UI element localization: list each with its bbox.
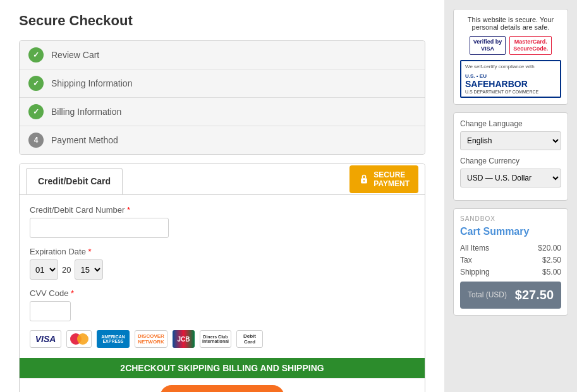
tab-credit-debit[interactable]: Credit/Debit Card (26, 168, 123, 194)
cvv-input[interactable] (30, 301, 71, 321)
step-shipping: ✓ Shipping Information (20, 69, 425, 98)
step-label-payment: Payment Method (51, 135, 118, 145)
lock-icon (358, 174, 370, 185)
card-number-label: Credit/Debit Card Number * (30, 205, 415, 215)
step-icon-review-cart: ✓ (28, 47, 44, 62)
cart-total-box: Total (USD) $27.50 (460, 282, 561, 309)
debit-logo: DebitCard (236, 330, 263, 348)
language-select[interactable]: English (460, 131, 561, 150)
cart-summary-box: SANDBOX Cart Summary All Items $20.00 Ta… (453, 208, 568, 316)
security-box: This website is secure. Your personal de… (453, 9, 568, 105)
sidebar: This website is secure. Your personal de… (444, 0, 577, 392)
submit-row: Submit Payment (20, 378, 425, 392)
safeharbor-small-text: We self-certify compliance with (465, 64, 556, 69)
cart-shipping-label: Shipping (460, 268, 490, 276)
required-star-cvv: * (71, 288, 74, 298)
sandbox-label: SANDBOX (460, 215, 561, 222)
required-star-card: * (127, 205, 130, 215)
cvv-group: CVV Code * (30, 288, 415, 321)
cart-tax-value: $2.50 (542, 256, 561, 264)
payment-section: Credit/Debit Card SECUREPAYMENT Credit/D… (19, 163, 425, 392)
step-billing: ✓ Billing Information (20, 98, 425, 126)
payment-form: Credit/Debit Card Number * Expiration Da… (20, 195, 425, 358)
step-icon-billing: ✓ (28, 104, 44, 119)
required-star-expiry: * (88, 247, 92, 256)
expiry-group: Expiration Date * 0102 0304 0506 0708 09… (30, 247, 415, 280)
cart-line-tax: Tax $2.50 (460, 256, 561, 264)
cart-line-shipping: Shipping $5.00 (460, 268, 561, 276)
safeharbor-badge: We self-certify compliance with U.S. • E… (460, 60, 561, 98)
card-logos: VISA AMERICANEXPRESS DISCOVERNETWORK JCB… (30, 330, 415, 348)
year-prefix: 20 (62, 265, 71, 275)
expiry-label: Expiration Date * (30, 247, 415, 256)
cart-summary-title: Cart Summary (460, 226, 561, 237)
secure-label: SECUREPAYMENT (374, 170, 410, 188)
payment-tabs: Credit/Debit Card SECUREPAYMENT (20, 164, 425, 195)
step-review-cart: ✓ Review Cart (20, 41, 425, 69)
step-label-review-cart: Review Cart (51, 50, 99, 60)
safeharbor-title: U.S. • EU SAFEHARBOR (465, 71, 556, 89)
submit-payment-button[interactable]: Submit Payment (160, 385, 285, 392)
step-payment: 4 Payment Method (20, 126, 425, 154)
card-number-group: Credit/Debit Card Number * (30, 205, 415, 238)
expiry-month-select[interactable]: 0102 0304 0506 0708 0910 1112 (30, 259, 58, 280)
jcb-logo: JCB (173, 330, 195, 348)
discover-logo: DISCOVERNETWORK (135, 330, 167, 348)
change-language-label: Change Language (460, 119, 561, 128)
expiry-year-select[interactable]: 1516 1718 1920 2122 2324 25 (75, 259, 103, 280)
safeharbor-dept: U.S DEPARTMENT OF COMMERCE (465, 90, 556, 94)
total-amount: $27.50 (515, 288, 554, 302)
secure-payment-button[interactable]: SECUREPAYMENT (349, 165, 418, 193)
security-text: This website is secure. Your personal de… (460, 16, 561, 31)
cvv-label: CVV Code * (30, 288, 415, 298)
verified-visa-badge: Verified by VISA (470, 36, 506, 55)
diners-logo: Diners ClubInternational (200, 330, 231, 348)
step-label-billing: Billing Information (51, 107, 121, 117)
svg-point-1 (363, 180, 365, 181)
expiry-row: 0102 0304 0506 0708 0910 1112 20 1516 17… (30, 259, 415, 280)
step-icon-shipping: ✓ (28, 76, 44, 91)
mastercard-logo (66, 330, 92, 348)
step-icon-payment: 4 (28, 133, 44, 148)
cart-items-value: $20.00 (538, 244, 561, 252)
change-currency-label: Change Currency (460, 157, 561, 165)
cart-line-items: All Items $20.00 (460, 244, 561, 252)
amex-logo: AMERICANEXPRESS (97, 330, 130, 348)
step-label-shipping: Shipping Information (51, 78, 132, 88)
badge-row: Verified by VISA MasterCard. SecureCode. (460, 36, 561, 55)
visa-logo: VISA (30, 330, 61, 348)
card-number-input[interactable] (30, 218, 169, 238)
checkout-steps: ✓ Review Cart ✓ Shipping Information ✓ B… (19, 40, 425, 155)
promo-banner: 2CHECKOUT SKIPPING BILLING AND SHIPPING (20, 358, 425, 378)
cart-shipping-value: $5.00 (542, 268, 561, 276)
page-title: Secure Checkout (19, 13, 425, 29)
total-label: Total (USD) (468, 290, 507, 299)
lang-currency-box: Change Language English Change Currency … (453, 112, 568, 201)
cart-tax-label: Tax (460, 256, 472, 264)
cart-items-label: All Items (460, 244, 489, 252)
mastercard-secure-badge: MasterCard. SecureCode. (509, 36, 552, 55)
currency-select[interactable]: USD — U.S. Dollar (460, 169, 561, 187)
